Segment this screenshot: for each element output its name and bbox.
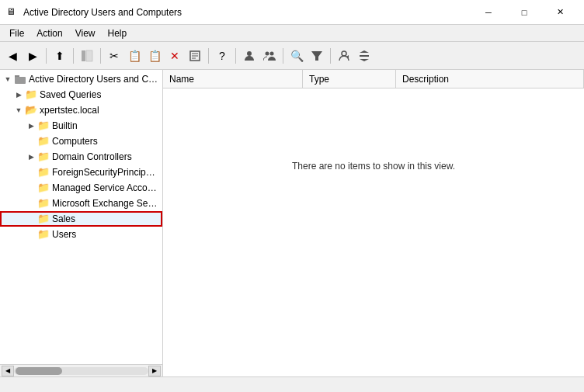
tree-item-users[interactable]: 📁 Users bbox=[0, 227, 162, 242]
separator-4 bbox=[208, 48, 209, 64]
find-button[interactable]: 🔍 bbox=[287, 47, 306, 65]
separator-5 bbox=[235, 48, 236, 64]
domain-icon: 📂 bbox=[25, 104, 37, 116]
separator-6 bbox=[283, 48, 283, 64]
sales-icon: 📁 bbox=[37, 213, 50, 225]
expand-computers bbox=[25, 134, 37, 149]
up-button[interactable]: ⬆ bbox=[50, 47, 69, 65]
svg-point-10 bbox=[342, 51, 346, 56]
svg-rect-15 bbox=[15, 77, 26, 84]
expand-root: ▼ bbox=[2, 71, 14, 87]
maximize-button[interactable]: □ bbox=[506, 0, 542, 25]
properties-button[interactable] bbox=[186, 47, 204, 65]
expand-foreign bbox=[25, 165, 37, 180]
tree-item-managed-service[interactable]: 📁 Managed Service Accou... bbox=[0, 180, 162, 196]
window-controls: ─ □ ✕ bbox=[471, 0, 578, 25]
window-title: Active Directory Users and Computers bbox=[23, 7, 471, 18]
svg-rect-1 bbox=[86, 50, 92, 61]
scrollbar-thumb[interactable] bbox=[16, 367, 62, 375]
tree-item-computers[interactable]: 📁 Computers bbox=[0, 134, 162, 149]
help-button[interactable]: ? bbox=[213, 47, 231, 65]
expand-users bbox=[25, 227, 37, 242]
paste-button[interactable]: 📋 bbox=[145, 47, 164, 65]
minimize-button[interactable]: ─ bbox=[471, 0, 506, 25]
tree-label-saved-queries: Saved Queries bbox=[40, 89, 101, 100]
tree-item-sales[interactable]: 📁 Sales bbox=[0, 211, 162, 227]
col-header-description[interactable]: Description bbox=[396, 70, 584, 88]
col-header-type[interactable]: Type bbox=[303, 70, 396, 88]
tree-view: ▼ Active Directory Users and Com ▶ 📁 Sav… bbox=[0, 70, 162, 364]
tree-scrollbar[interactable]: ◀ ▶ bbox=[0, 364, 162, 376]
title-bar: 🖥 Active Directory Users and Computers ─… bbox=[0, 0, 584, 25]
separator-7 bbox=[330, 48, 331, 64]
app-icon: 🖥 bbox=[6, 6, 19, 19]
svg-point-7 bbox=[266, 51, 269, 55]
back-button[interactable]: ◀ bbox=[3, 47, 22, 65]
separator-2 bbox=[73, 48, 74, 64]
expand-exchange bbox=[25, 196, 37, 211]
tree-label-root: Active Directory Users and Com bbox=[29, 74, 159, 85]
show-hide-console[interactable] bbox=[78, 47, 96, 65]
new-user-button[interactable] bbox=[240, 47, 259, 65]
svg-marker-13 bbox=[360, 59, 369, 61]
close-button[interactable]: ✕ bbox=[542, 0, 578, 25]
menu-file[interactable]: File bbox=[3, 26, 30, 40]
tree-item-domain[interactable]: ▼ 📂 xpertstec.local bbox=[0, 102, 162, 118]
expand-domain-controllers[interactable]: ▶ bbox=[25, 149, 37, 165]
domain-controllers-icon: 📁 bbox=[37, 151, 50, 163]
tree-label-sales: Sales bbox=[52, 213, 75, 224]
computers-icon: 📁 bbox=[37, 135, 50, 147]
copy-button[interactable]: 📋 bbox=[125, 47, 144, 65]
tree-item-saved-queries[interactable]: ▶ 📁 Saved Queries bbox=[0, 87, 162, 102]
svg-point-6 bbox=[247, 51, 252, 56]
scroll-right[interactable]: ▶ bbox=[148, 366, 161, 376]
svg-rect-0 bbox=[82, 50, 85, 61]
detail-panel: Name Type Description There are no items… bbox=[163, 70, 584, 376]
tree-item-builtin[interactable]: ▶ 📁 Builtin bbox=[0, 118, 162, 134]
tree-item-root[interactable]: ▼ Active Directory Users and Com bbox=[0, 71, 162, 87]
separator-3 bbox=[100, 48, 101, 64]
detail-empty-message: There are no items to show in this view. bbox=[163, 88, 584, 244]
tree-label-computers: Computers bbox=[52, 136, 98, 147]
builtin-icon: 📁 bbox=[37, 120, 50, 132]
col-header-name[interactable]: Name bbox=[163, 70, 303, 88]
toolbar: ◀ ▶ ⬆ ✂ 📋 📋 ✕ ? 🔍 bbox=[0, 42, 584, 70]
scroll-left[interactable]: ◀ bbox=[2, 366, 14, 376]
delete-button[interactable]: ✕ bbox=[165, 47, 184, 65]
menu-view[interactable]: View bbox=[69, 26, 102, 40]
foreign-security-icon: 📁 bbox=[37, 166, 50, 179]
tree-label-users: Users bbox=[52, 229, 76, 240]
menu-help[interactable]: Help bbox=[102, 26, 134, 40]
tree-label-managed-service: Managed Service Accou... bbox=[52, 182, 159, 193]
expand-builtin[interactable]: ▶ bbox=[25, 118, 37, 134]
expand-domain[interactable]: ▼ bbox=[12, 102, 25, 118]
tree-item-domain-controllers[interactable]: ▶ 📁 Domain Controllers bbox=[0, 149, 162, 165]
tree-panel: ▼ Active Directory Users and Com ▶ 📁 Sav… bbox=[0, 70, 163, 376]
menu-action[interactable]: Action bbox=[30, 26, 68, 40]
svg-marker-12 bbox=[360, 50, 369, 53]
expand-saved-queries[interactable]: ▶ bbox=[12, 87, 25, 102]
tree-label-domain-controllers: Domain Controllers bbox=[52, 151, 132, 162]
tree-label-microsoft-exchange: Microsoft Exchange Secu... bbox=[52, 198, 159, 209]
tree-item-foreign-security[interactable]: 📁 ForeignSecurityPrincipal... bbox=[0, 165, 162, 180]
status-bar bbox=[0, 376, 584, 392]
forward-button[interactable]: ▶ bbox=[23, 47, 42, 65]
svg-marker-9 bbox=[311, 51, 322, 61]
detail-header: Name Type Description bbox=[163, 70, 584, 88]
expand-managed bbox=[25, 180, 37, 196]
more-button[interactable] bbox=[355, 47, 374, 65]
svg-point-8 bbox=[270, 51, 274, 55]
filter-button[interactable] bbox=[308, 47, 326, 65]
expand-sales bbox=[25, 211, 37, 227]
users-icon: 📁 bbox=[37, 228, 50, 241]
svg-rect-11 bbox=[360, 55, 369, 57]
main-container: ▼ Active Directory Users and Com ▶ 📁 Sav… bbox=[0, 70, 584, 376]
scrollbar-track[interactable] bbox=[14, 367, 148, 375]
cut-button[interactable]: ✂ bbox=[105, 47, 123, 65]
tree-item-microsoft-exchange[interactable]: 📁 Microsoft Exchange Secu... bbox=[0, 196, 162, 211]
new-group-button[interactable] bbox=[260, 47, 279, 65]
tree-label-foreign-security: ForeignSecurityPrincipal... bbox=[52, 167, 159, 178]
menu-bar: File Action View Help bbox=[0, 25, 584, 42]
tree-label-domain: xpertstec.local bbox=[40, 105, 99, 116]
delegate-button[interactable] bbox=[335, 47, 353, 65]
